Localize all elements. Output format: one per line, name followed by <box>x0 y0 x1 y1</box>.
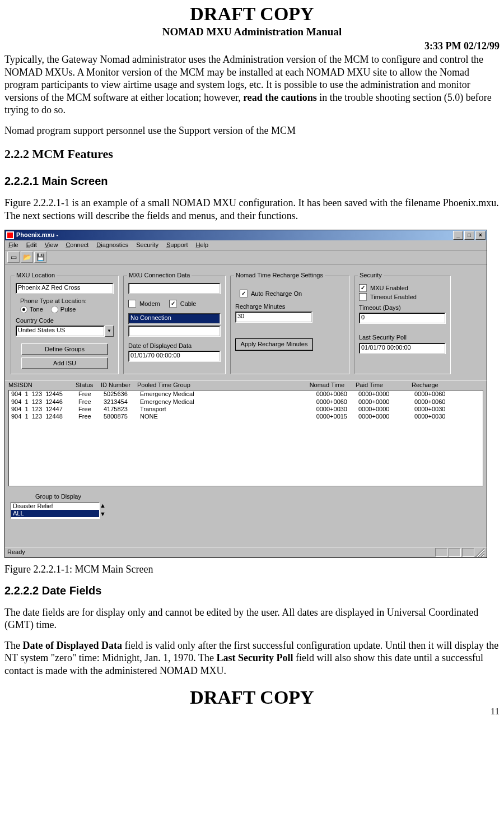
menu-diagnostics[interactable]: Diagnostics <box>96 241 128 249</box>
figure-caption: Figure 2.2.2.1-1: MCM Main Screen <box>4 564 500 575</box>
connection-extra[interactable] <box>128 326 221 337</box>
group-opt-1[interactable]: ALL <box>11 510 99 517</box>
group-opt-0[interactable]: Disaster Relief <box>11 503 99 510</box>
heading-2-2-2-2: 2.2.2.2 Date Fields <box>4 584 500 597</box>
recharge-minutes-label: Recharge Minutes <box>235 303 344 310</box>
define-groups-button[interactable]: Define Groups <box>21 343 108 355</box>
checkbox-modem[interactable]: Modem <box>128 300 160 308</box>
location-name-input[interactable]: Phoenix AZ Red Cross <box>16 283 114 294</box>
checkbox-icon: ✓ <box>169 300 177 308</box>
draft-header: DRAFT COPY <box>4 3 500 25</box>
scroll-up-icon[interactable]: ▲ <box>100 502 106 510</box>
hdr-nt: Nomad Time <box>288 382 356 389</box>
heading-2-2-2: 2.2.2 MCM Features <box>4 147 500 161</box>
chevron-down-icon[interactable]: ▼ <box>105 326 114 337</box>
paragraph-2: Nomad program support personnel use the … <box>4 124 500 137</box>
maximize-button[interactable]: □ <box>464 231 474 240</box>
checkbox-icon: ✓ <box>240 290 248 298</box>
timeout-days-input[interactable]: 0 <box>359 313 446 324</box>
hdr-msisdn: MSISDN <box>8 382 76 389</box>
open-icon[interactable]: 📂 <box>21 252 33 263</box>
group-mxu-location: MXU Location Phoenix AZ Red Cross Phone … <box>11 276 119 374</box>
radio-pulse[interactable]: Pulse <box>51 306 76 313</box>
menu-support[interactable]: Support <box>166 241 188 249</box>
isu-list[interactable]: 904 1 123 12445Free5025636Emergency Medi… <box>8 390 483 486</box>
checkbox-icon: ✓ <box>359 284 367 292</box>
country-dropdown[interactable]: United States US ▼ <box>16 326 114 337</box>
scroll-down-icon[interactable]: ▼ <box>100 510 106 519</box>
p5d: Last Security Poll <box>217 652 293 663</box>
checkbox-mxu-enabled[interactable]: ✓MXU Enabled <box>359 284 446 292</box>
checkbox-timeout-enabled[interactable]: Timeout Enabled <box>359 293 446 301</box>
modem-label: Modem <box>139 300 160 308</box>
titlebar[interactable]: Phoenix.mxu - _ □ × <box>5 230 487 240</box>
p1-bold: read the cautions <box>243 92 317 103</box>
table-row[interactable]: 904 1 123 12445Free5025636Emergency Medi… <box>9 391 483 398</box>
hdr-id: ID Number <box>101 382 137 389</box>
connection-input[interactable] <box>128 283 221 294</box>
status-cell <box>462 548 474 557</box>
p5b: Date of Displayed Data <box>22 640 122 651</box>
table-row[interactable]: 904 1 123 12448Free5800875NONE0000+00150… <box>9 413 483 420</box>
legend-recharge: Nomad Time Recharge Settings <box>234 272 325 279</box>
toolbar: ▭ 📂 💾 <box>5 250 487 264</box>
group-connection-data: MXU Connection Data Modem ✓Cable No Conn… <box>123 276 226 374</box>
menu-security[interactable]: Security <box>136 241 158 249</box>
legend-connection: MXU Connection Data <box>127 272 192 279</box>
radio-tone[interactable]: Tone <box>20 306 43 313</box>
checkbox-cable[interactable]: ✓Cable <box>169 300 197 308</box>
isu-table-header: MSISDN Status ID Number Pooled Time Grou… <box>5 380 487 390</box>
group-display-list[interactable]: Disaster Relief ALL <box>11 502 100 519</box>
group-display-label: Group to Display <box>11 493 106 500</box>
legend-security: Security <box>358 272 384 279</box>
apply-recharge-button[interactable]: Apply Recharge Minutes <box>235 338 313 350</box>
status-cell <box>449 548 461 557</box>
heading-2-2-2-1: 2.2.2.1 Main Screen <box>4 175 500 188</box>
manual-subtitle: NOMAD MXU Administration Manual <box>4 26 500 38</box>
table-row[interactable]: 904 1 123 12447Free4175823Transport0000+… <box>9 406 483 413</box>
last-poll-value: 01/01/70 00:00:00 <box>359 343 446 354</box>
hdr-ptg: Pooled Time Group <box>137 382 288 389</box>
mcm-screenshot: Phoenix.mxu - _ □ × File Edit View Conne… <box>4 230 487 558</box>
bottom-row: Group to Display Disaster Relief ALL ▲ ▼ <box>5 490 487 524</box>
app-icon <box>6 231 14 239</box>
client-area: MXU Location Phoenix AZ Red Cross Phone … <box>5 264 487 380</box>
group-recharge: Nomad Time Recharge Settings ✓Auto Recha… <box>230 276 349 374</box>
save-icon[interactable]: 💾 <box>34 252 46 263</box>
timestamp: 3:33 PM 02/12/99 <box>4 40 500 52</box>
checkbox-auto-recharge[interactable]: ✓Auto Recharge On <box>240 290 344 298</box>
status-text: Ready <box>7 549 25 556</box>
resize-grip-icon[interactable] <box>475 548 484 557</box>
new-icon[interactable]: ▭ <box>7 252 20 263</box>
checkbox-icon <box>359 293 367 301</box>
add-isu-button[interactable]: Add ISU <box>21 357 108 369</box>
paragraph-4: The date fields are for display only and… <box>4 606 500 631</box>
recharge-minutes-input[interactable]: 30 <box>235 312 312 323</box>
menu-edit[interactable]: Edit <box>26 241 37 249</box>
menubar: File Edit View Connect Diagnostics Secur… <box>5 240 487 250</box>
p5a: The <box>4 640 22 651</box>
radio-dot-icon <box>20 306 27 313</box>
hdr-pt: Paid Time <box>356 382 412 389</box>
menu-help[interactable]: Help <box>196 241 209 249</box>
checkbox-icon <box>128 300 136 308</box>
date-displayed-value: 01/01/70 00:00:00 <box>128 351 221 362</box>
paragraph-5: The Date of Displayed Data field is vali… <box>4 639 500 677</box>
auto-recharge-label: Auto Recharge On <box>251 290 302 298</box>
last-poll-label: Last Security Poll <box>359 334 446 341</box>
menu-file[interactable]: File <box>8 241 18 249</box>
menu-connect[interactable]: Connect <box>66 241 88 249</box>
date-displayed-label: Date of Displayed Data <box>128 342 221 350</box>
phone-type-label: Phone Type at Location: <box>16 298 114 305</box>
paragraph-3: Figure 2.2.2.1-1 is an example of a smal… <box>4 197 500 222</box>
window-title: Phoenix.mxu - <box>16 231 58 239</box>
menu-view[interactable]: View <box>45 241 58 249</box>
timeout-days-label: Timeout (Days) <box>359 304 446 312</box>
close-button[interactable]: × <box>475 231 486 240</box>
legend-location: MXU Location <box>15 272 57 279</box>
table-row[interactable]: 904 1 123 12446Free3213454Emergency Medi… <box>9 398 483 406</box>
minimize-button[interactable]: _ <box>453 231 463 240</box>
radio-pulse-label: Pulse <box>60 306 76 313</box>
cable-label: Cable <box>180 300 197 308</box>
country-code-label: Country Code <box>16 317 114 324</box>
